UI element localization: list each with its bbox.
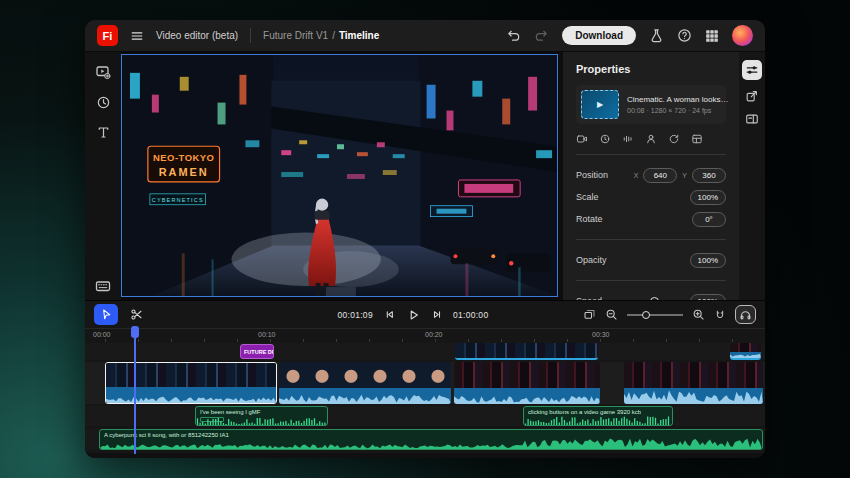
apps-grid-icon[interactable] (705, 29, 719, 43)
selected-clip-card[interactable]: ▶ Cinematic. A woman looks a... vflgenvi… (576, 85, 726, 124)
pointer-icon (100, 308, 113, 321)
playhead-line[interactable] (134, 327, 136, 454)
opacity-input[interactable]: 100% (690, 253, 726, 268)
split-tool-button[interactable] (124, 304, 148, 325)
zoom-in-icon[interactable] (692, 308, 705, 321)
scissors-icon (130, 308, 143, 321)
snap-icon[interactable] (714, 309, 726, 321)
scale-input[interactable]: 100% (690, 190, 726, 205)
storyboard-icon[interactable] (691, 133, 703, 145)
overlay-track[interactable] (85, 343, 765, 360)
filmstrip-icon[interactable] (576, 133, 588, 145)
firefly-logo[interactable]: Fi (97, 25, 118, 46)
divider (576, 154, 726, 155)
divider (576, 280, 726, 281)
sign-text-small: CYBERNETICS (152, 197, 204, 203)
redo-icon[interactable] (534, 28, 549, 43)
refresh-icon[interactable] (668, 133, 680, 145)
video-clip-1-selected[interactable] (105, 362, 277, 404)
speed-row: Speed 100% (576, 290, 726, 300)
video-clip-2[interactable] (279, 362, 451, 404)
timeline-toolbar: 00:01:09 01:00:00 (85, 301, 765, 329)
position-row: Position X 640 Y 360 (576, 164, 726, 186)
loop-icon[interactable] (599, 133, 611, 145)
breadcrumb-project[interactable]: Future Drift V1 (263, 30, 328, 41)
ruler-tick: 00:30 (592, 331, 610, 338)
opacity-row: Opacity 100% (576, 249, 726, 271)
overlay-video-clip-2[interactable] (730, 343, 761, 360)
keyboard-shortcuts-icon[interactable] (95, 280, 111, 293)
clip-name: Cinematic. A woman looks a... vflgenvid (627, 95, 729, 104)
export-icon[interactable] (745, 89, 759, 103)
properties-title: Properties (576, 63, 726, 75)
x-axis-label: X (634, 172, 639, 179)
video-clip-4[interactable] (624, 362, 763, 404)
sign-text-bottom: RAMEN (159, 166, 209, 178)
ruler-tick: 00:20 (425, 331, 443, 338)
position-label: Position (576, 170, 608, 180)
divider (576, 239, 726, 240)
clip-thumbnail: ▶ (581, 90, 619, 119)
rotate-label: Rotate (576, 214, 603, 224)
timeline-section: 00:01:09 01:00:00 00:00 00:10 00:20 (85, 300, 765, 458)
transport-controls: 00:01:09 01:00:00 (337, 308, 488, 322)
timeline-ruler[interactable]: 00:00 00:10 00:20 00:30 (85, 329, 765, 342)
zoom-out-icon[interactable] (605, 308, 618, 321)
ruler-minor-ticks (105, 339, 765, 342)
person-icon[interactable] (645, 133, 657, 145)
previous-frame-icon[interactable] (383, 308, 396, 321)
preview-area: NEO-TOKYO RAMEN CYBERNETICS (121, 52, 559, 300)
title-clip[interactable]: FUTURE DRIF (240, 344, 274, 359)
rotate-input[interactable]: 0° (692, 212, 726, 227)
next-frame-icon[interactable] (430, 308, 443, 321)
right-toolbar (739, 52, 765, 300)
download-button[interactable]: Download (562, 26, 636, 45)
opacity-label: Opacity (576, 255, 607, 265)
total-duration: 01:00:00 (453, 310, 489, 320)
properties-panel: Properties ▶ Cinematic. A woman looks a.… (563, 52, 739, 300)
fit-timeline-icon[interactable] (583, 308, 596, 321)
video-clip-3[interactable] (454, 362, 600, 404)
add-media-icon[interactable] (95, 64, 111, 80)
text-tool-icon[interactable] (96, 125, 111, 140)
position-x-input[interactable]: 640 (643, 168, 677, 183)
app-title: Video editor (beta) (156, 30, 238, 41)
history-clock-icon[interactable] (96, 95, 111, 110)
help-icon[interactable] (677, 28, 692, 43)
user-avatar[interactable] (732, 25, 753, 46)
properties-sliders-icon[interactable] (742, 60, 762, 80)
timeline-body[interactable]: 00:00 00:10 00:20 00:30 FUTURE DRIF (85, 329, 765, 458)
timeline-zoom-slider[interactable] (627, 310, 683, 320)
left-toolbar (85, 52, 121, 300)
audio-levels-icon[interactable] (622, 133, 634, 145)
app-window: Fi Video editor (beta) Future Drift V1 /… (85, 20, 765, 458)
scale-row: Scale 100% (576, 186, 726, 208)
breadcrumb-page: Timeline (339, 30, 379, 41)
position-y-input[interactable]: 360 (692, 168, 726, 183)
hamburger-menu-icon[interactable] (130, 29, 144, 43)
audio-preview-icon[interactable] (735, 305, 756, 324)
y-axis-label: Y (682, 172, 687, 179)
cybernetics-sign: CYBERNETICS (150, 194, 206, 205)
beaker-icon[interactable] (649, 28, 664, 43)
sign-text-top: NEO-TOKYO (153, 152, 214, 163)
scale-label: Scale (576, 192, 599, 202)
audio-clip-1[interactable]: I've been seeing I gMF (195, 406, 328, 426)
select-tool-button[interactable] (94, 304, 118, 325)
audio-clip-2[interactable]: clicking buttons on a video game 3920 kc… (523, 406, 673, 426)
current-time: 00:01:09 (337, 310, 373, 320)
music-clip[interactable]: A cyberpunk sci fi song, with or 8512422… (99, 429, 763, 450)
ramen-sign: NEO-TOKYO RAMEN (148, 146, 220, 182)
overlay-video-clip[interactable] (455, 343, 598, 360)
top-bar: Fi Video editor (beta) Future Drift V1 /… (85, 20, 765, 52)
breadcrumb-separator: / (332, 30, 335, 41)
breadcrumb[interactable]: Future Drift V1 / Timeline (263, 30, 379, 41)
playhead-handle[interactable] (131, 326, 139, 338)
rotate-row: Rotate 0° (576, 208, 726, 230)
panel-layout-icon[interactable] (745, 112, 759, 126)
clip-meta: 00:08 · 1280 × 720 · 24 fps (627, 107, 729, 114)
video-canvas[interactable]: NEO-TOKYO RAMEN CYBERNETICS (121, 54, 558, 297)
play-icon[interactable] (406, 308, 420, 322)
ruler-tick: 00:00 (93, 331, 111, 338)
undo-icon[interactable] (506, 28, 521, 43)
